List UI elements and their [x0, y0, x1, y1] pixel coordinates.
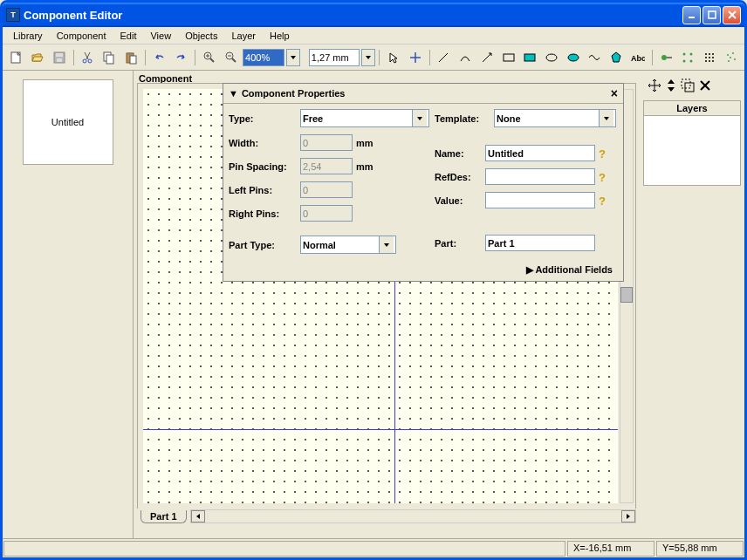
new-button[interactable]	[6, 48, 26, 67]
main-area: Untitled Component Part 1	[3, 71, 744, 538]
leftpins-input[interactable]	[300, 181, 353, 198]
polygon-tool[interactable]	[607, 48, 627, 67]
width-unit: mm	[356, 138, 377, 148]
name-label: Name:	[435, 148, 482, 159]
toolbar-separator	[427, 48, 432, 67]
component-thumbnail[interactable]: Untitled	[23, 79, 113, 165]
width-input[interactable]	[300, 134, 353, 151]
arrow-tool[interactable]	[476, 48, 497, 67]
arc-tool[interactable]	[456, 48, 476, 67]
hscroll-left-button[interactable]	[191, 510, 205, 522]
move-icon[interactable]	[647, 78, 662, 93]
open-button[interactable]	[28, 48, 48, 67]
menu-objects[interactable]: Objects	[178, 29, 224, 43]
wave-tool[interactable]	[585, 48, 605, 67]
paste-button[interactable]	[121, 48, 141, 67]
layers-header: Layers	[643, 100, 741, 116]
vscroll-thumb[interactable]	[620, 287, 633, 303]
zoom-dropdown-button[interactable]	[286, 49, 300, 66]
menu-library[interactable]: Library	[6, 29, 50, 43]
help-icon[interactable]: ?	[599, 171, 611, 183]
redo-button[interactable]	[171, 48, 191, 67]
menu-view[interactable]: View	[143, 29, 178, 43]
svg-point-30	[712, 57, 714, 58]
value-label: Value:	[435, 195, 482, 206]
right-toolbar	[643, 74, 741, 97]
ellipse-tool[interactable]	[542, 48, 562, 67]
svg-rect-9	[106, 55, 113, 64]
rightpins-label: Right Pins:	[229, 208, 297, 219]
zoom-out-button[interactable]	[221, 48, 241, 67]
scatter-tool[interactable]	[721, 48, 741, 67]
menu-help[interactable]: Help	[263, 29, 297, 43]
properties-close-button[interactable]: ×	[611, 86, 618, 100]
menu-edit[interactable]: Edit	[113, 29, 144, 43]
grid-unit-input[interactable]	[309, 49, 360, 66]
cut-button[interactable]	[78, 48, 98, 67]
zoom-input[interactable]	[243, 49, 284, 66]
additional-fields-toggle[interactable]: ▶ Additional Fields	[223, 259, 623, 281]
dots-tool[interactable]	[678, 48, 698, 67]
zoom-in-button[interactable]	[200, 48, 220, 67]
filled-ellipse-tool[interactable]	[563, 48, 583, 67]
parttype-label: Part Type:	[229, 240, 297, 250]
svg-point-21	[683, 52, 686, 55]
copy-button[interactable]	[99, 48, 120, 67]
rect-tool[interactable]	[498, 48, 518, 67]
parttype-select[interactable]: Normal	[300, 236, 396, 254]
refdes-input[interactable]	[485, 168, 595, 185]
svg-point-38	[728, 60, 730, 62]
svg-text:Abc: Abc	[631, 54, 645, 63]
name-input[interactable]	[485, 145, 595, 161]
statusbar: X=-16,51 mm Y=55,88 mm	[3, 538, 744, 557]
pointer-tool[interactable]	[384, 48, 404, 67]
svg-rect-0	[689, 17, 695, 18]
status-x: X=-16,51 mm	[567, 541, 654, 557]
hscroll-right-button[interactable]	[621, 510, 635, 522]
delete-icon[interactable]	[699, 79, 711, 92]
crosshair-tool[interactable]	[405, 48, 425, 67]
properties-titlebar: ▼ Component Properties ×	[223, 84, 623, 104]
origin-crosshair-h	[143, 429, 618, 430]
leftpins-label: Left Pins:	[229, 185, 297, 195]
value-input[interactable]	[485, 192, 595, 208]
help-icon[interactable]: ?	[599, 195, 611, 207]
minimize-button[interactable]	[682, 6, 701, 24]
close-button[interactable]	[723, 6, 741, 24]
line-tool[interactable]	[434, 48, 454, 67]
pinspacing-input[interactable]	[300, 158, 353, 174]
part-label: Part:	[435, 238, 482, 249]
grid-tool[interactable]	[700, 48, 720, 67]
svg-point-27	[712, 53, 714, 55]
horizontal-scrollbar[interactable]	[190, 509, 636, 523]
save-button[interactable]	[49, 48, 69, 67]
template-select[interactable]: None	[494, 109, 616, 127]
help-icon[interactable]: ?	[599, 147, 611, 160]
filled-rect-tool[interactable]	[520, 48, 540, 67]
type-select[interactable]: Free	[300, 109, 429, 127]
updown-icon[interactable]	[666, 78, 676, 93]
svg-point-18	[568, 54, 579, 61]
svg-point-6	[83, 59, 86, 63]
menu-component[interactable]: Component	[50, 29, 113, 43]
toolbar-separator	[71, 48, 76, 67]
maximize-button[interactable]	[702, 6, 721, 24]
part-tab[interactable]: Part 1	[140, 510, 187, 523]
pin-tool[interactable]	[656, 48, 676, 67]
thumb-label: Untitled	[51, 117, 84, 127]
svg-point-35	[732, 52, 734, 54]
layers-list[interactable]	[643, 116, 741, 186]
svg-point-28	[705, 57, 707, 58]
menu-layer[interactable]: Layer	[224, 29, 263, 43]
rightpins-input[interactable]	[300, 205, 353, 222]
svg-rect-39	[682, 79, 690, 88]
svg-point-24	[690, 59, 693, 62]
left-panel: Untitled	[3, 71, 134, 538]
text-tool[interactable]: Abc	[628, 48, 648, 67]
svg-point-23	[683, 59, 686, 62]
collapse-arrow-icon[interactable]: ▼	[229, 88, 238, 99]
grid-unit-dropdown-button[interactable]	[361, 49, 375, 66]
group-icon[interactable]	[680, 78, 696, 93]
undo-button[interactable]	[149, 48, 169, 67]
part-input[interactable]	[485, 235, 595, 251]
